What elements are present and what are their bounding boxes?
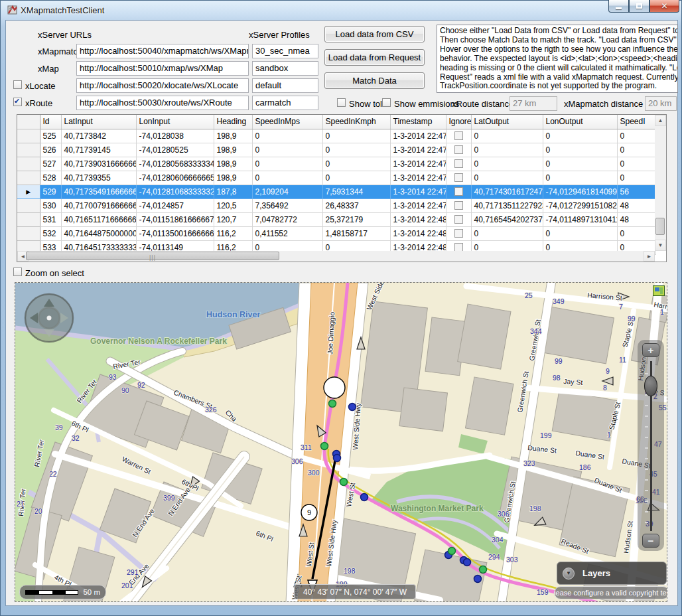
grid-cell[interactable]: -74,012946181409944 xyxy=(543,185,617,198)
grid-cell[interactable]: 0 xyxy=(471,171,543,185)
scroll-right-icon[interactable]: ► xyxy=(644,251,655,262)
grid-cell[interactable]: 120,5 xyxy=(214,198,252,212)
overview-map-toggle[interactable] xyxy=(653,285,665,296)
grid-cell[interactable]: 0 xyxy=(617,157,655,171)
ignore-checkbox[interactable] xyxy=(454,215,463,224)
grid-cell[interactable]: 0 xyxy=(471,226,543,240)
grid-cell[interactable]: 48 xyxy=(617,212,655,226)
grid-cell[interactable]: -74,0128038 xyxy=(136,129,214,143)
grid-cell[interactable]: 40,717430161724792 xyxy=(471,185,543,198)
grid-cell[interactable]: 0 xyxy=(617,129,655,143)
grid-cell[interactable]: 7,356492 xyxy=(252,198,322,212)
ignore-cell[interactable] xyxy=(446,226,471,240)
grid-cell[interactable]: 0 xyxy=(252,157,322,171)
minimize-button[interactable] xyxy=(608,0,629,13)
grid-cell[interactable]: 40,716448750000005 xyxy=(61,226,136,240)
grid-cell[interactable]: 40,71700791666666 xyxy=(61,198,136,212)
grid-cell[interactable]: 0 xyxy=(322,129,390,143)
table-row[interactable]: 52540,7173842-74,0128038198,9001-3-2014 … xyxy=(17,129,655,143)
row-header[interactable] xyxy=(17,143,40,157)
vscroll-thumb[interactable] xyxy=(655,218,665,235)
grid-cell[interactable]: -74,012810683333328 xyxy=(136,185,214,198)
grid-cell[interactable]: 1-3-2014 22:47 xyxy=(390,129,446,143)
grid-cell[interactable]: 0 xyxy=(471,157,543,171)
xlocate-profile-input[interactable]: default xyxy=(252,78,318,93)
grid-cell[interactable]: -74,012806066666656 xyxy=(136,171,214,185)
selected-point-marker[interactable] xyxy=(324,377,345,398)
grid-cell[interactable]: -74,01280525 xyxy=(136,143,214,157)
grid-cell[interactable]: 40,717390316666666 xyxy=(61,157,136,171)
ignore-checkbox[interactable] xyxy=(454,201,463,210)
pan-compass-control[interactable] xyxy=(23,292,75,344)
zoom-in-button[interactable]: + xyxy=(642,343,659,357)
row-header[interactable] xyxy=(17,129,40,143)
grid-cell[interactable]: 0 xyxy=(471,143,543,157)
grid-cell[interactable]: 0 xyxy=(322,157,390,171)
grid-cell[interactable]: 40,71739145 xyxy=(61,143,136,157)
matched-point-marker[interactable] xyxy=(474,576,482,583)
grid-cell[interactable]: 1-3-2014 22:47 xyxy=(390,171,446,185)
ignore-cell[interactable] xyxy=(446,129,471,143)
grid-cell[interactable]: -74,011489713104112 xyxy=(543,212,617,226)
match-data-button[interactable]: Match Data xyxy=(324,72,425,89)
grid-cell[interactable]: -74,0124857 xyxy=(136,198,214,212)
xroute-url-input[interactable]: http://localhost:50030/xroute/ws/XRoute xyxy=(76,96,249,110)
table-row[interactable]: 52640,71739145-74,01280525198,9001-3-201… xyxy=(17,143,655,157)
gps-point-marker[interactable] xyxy=(448,548,456,555)
row-header[interactable] xyxy=(17,157,40,171)
grid-cell[interactable]: 120,7 xyxy=(214,212,252,226)
grid-cell[interactable]: 526 xyxy=(40,143,61,157)
xmapmatch-url-input[interactable]: http://localhost:50040/xmapmatch/ws/XMap… xyxy=(76,44,249,58)
grid-cell[interactable]: 0 xyxy=(543,143,617,157)
zoom-on-select-checkbox[interactable] xyxy=(13,268,22,276)
grid-cell[interactable]: 40,7173842 xyxy=(61,129,136,143)
grid-cell[interactable]: 1-3-2014 22:47 xyxy=(390,185,446,198)
layers-panel[interactable]: ▼ Layers xyxy=(557,562,667,585)
ignore-checkbox[interactable] xyxy=(454,229,463,238)
table-row[interactable]: 53140,716511716666666-74,011518616666677… xyxy=(17,212,655,226)
grid-cell[interactable]: 40,717354916666665 xyxy=(61,185,136,198)
grid-cell[interactable]: 0 xyxy=(543,226,617,240)
xroute-checkbox[interactable] xyxy=(13,98,22,106)
ignore-checkbox[interactable] xyxy=(454,187,463,196)
track-data-grid[interactable]: IdLatInputLonInput HeadingSpeedInMpsSpee… xyxy=(17,114,667,262)
ignore-cell[interactable] xyxy=(446,143,471,157)
grid-cell[interactable]: 7,04782772 xyxy=(252,212,322,226)
table-row[interactable]: 53240,716448750000005-74,011350016666668… xyxy=(17,226,655,240)
table-row[interactable]: ▶52940,717354916666665-74,01281068333332… xyxy=(17,185,655,198)
gps-point-marker[interactable] xyxy=(480,566,487,574)
grid-header-row[interactable]: IdLatInputLonInput HeadingSpeedInMpsSpee… xyxy=(17,115,655,129)
ignore-cell[interactable] xyxy=(446,157,471,171)
grid-cell[interactable]: 0 xyxy=(252,171,322,185)
ignore-cell[interactable] xyxy=(446,198,471,212)
table-row[interactable]: 53040,71700791666666-74,0124857120,57,35… xyxy=(17,198,655,212)
grid-cell[interactable]: 525 xyxy=(40,129,61,143)
grid-cell[interactable]: 0 xyxy=(617,226,655,240)
grid-cell[interactable]: 0 xyxy=(617,171,655,185)
grid-cell[interactable]: 40,716511716666666 xyxy=(61,212,136,226)
grid-cell[interactable]: 530 xyxy=(40,198,61,212)
grid-cell[interactable]: 0 xyxy=(322,171,390,185)
ignore-checkbox[interactable] xyxy=(454,173,463,182)
xmap-url-input[interactable]: http://localhost:50010/xmap/ws/XMap xyxy=(76,61,249,76)
xroute-profile-input[interactable]: carmatch xyxy=(252,96,318,110)
grid-cell[interactable]: 0,411552 xyxy=(252,226,322,240)
grid-cell[interactable]: 0 xyxy=(252,129,322,143)
row-header[interactable] xyxy=(17,171,40,185)
grid-cell[interactable]: 528 xyxy=(40,171,61,185)
grid-cell[interactable]: 0 xyxy=(617,143,655,157)
matched-point-marker[interactable] xyxy=(464,559,471,566)
zoom-slider[interactable]: + − xyxy=(638,340,664,551)
grid-cell[interactable]: 1-3-2014 22:47 xyxy=(390,198,446,212)
grid-cell[interactable]: 1-3-2014 22:47 xyxy=(390,157,446,171)
grid-cell[interactable]: 198,9 xyxy=(214,171,252,185)
grid-cell[interactable]: 116,2 xyxy=(214,226,252,240)
grid-cell[interactable]: 56 xyxy=(617,185,655,198)
row-header[interactable]: ▶ xyxy=(17,185,40,198)
xlocate-checkbox[interactable] xyxy=(13,80,22,89)
gps-point-marker[interactable] xyxy=(340,479,348,486)
grid-cell[interactable]: -74,011350016666668 xyxy=(136,226,214,240)
ignore-checkbox[interactable] xyxy=(454,131,463,140)
grid-cell[interactable]: 40,716545420273746 xyxy=(471,212,543,226)
xmap-profile-input[interactable]: sandbox xyxy=(252,61,318,76)
